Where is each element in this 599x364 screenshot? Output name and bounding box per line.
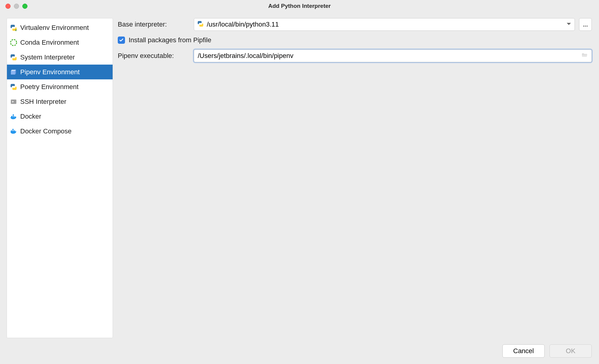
window-title: Add Python Interpreter bbox=[0, 3, 599, 9]
sidebar-item-ssh[interactable]: SSH Interpreter bbox=[7, 94, 113, 109]
svg-point-1 bbox=[11, 40, 17, 46]
docker-icon bbox=[10, 113, 17, 120]
interpreter-type-sidebar: v Virtualenv Environment Conda Environme… bbox=[7, 18, 113, 338]
minimize-icon[interactable] bbox=[14, 4, 19, 9]
sidebar-item-virtualenv[interactable]: v Virtualenv Environment bbox=[7, 20, 113, 35]
pipenv-exec-row: Pipenv executable: bbox=[118, 49, 592, 62]
sidebar-item-label: Pipenv Environment bbox=[20, 68, 80, 76]
python-v-icon: v bbox=[10, 24, 17, 31]
svg-rect-9 bbox=[12, 129, 14, 130]
button-bar: Cancel OK bbox=[0, 338, 599, 364]
svg-rect-3 bbox=[11, 116, 12, 117]
python-icon bbox=[10, 83, 17, 91]
sidebar-item-label: System Interpreter bbox=[20, 53, 75, 61]
base-interpreter-row: Base interpreter: /usr/local/bin/python3… bbox=[118, 18, 592, 31]
sidebar-item-conda[interactable]: Conda Environment bbox=[7, 35, 113, 50]
install-pipfile-row: Install packages from Pipfile bbox=[118, 36, 592, 44]
sidebar-item-label: Docker Compose bbox=[20, 127, 72, 135]
docker-compose-icon bbox=[10, 128, 17, 135]
sidebar-item-label: SSH Interpreter bbox=[20, 98, 66, 106]
ssh-icon bbox=[10, 98, 17, 105]
cancel-button[interactable]: Cancel bbox=[502, 344, 545, 358]
ok-button[interactable]: OK bbox=[549, 344, 592, 358]
python-icon bbox=[10, 54, 17, 61]
titlebar: Add Python Interpreter bbox=[0, 0, 599, 12]
conda-icon bbox=[10, 39, 17, 46]
sidebar-item-label: Poetry Environment bbox=[20, 83, 78, 91]
pipenv-icon bbox=[10, 69, 17, 76]
pipenv-exec-input[interactable] bbox=[198, 52, 588, 60]
base-interpreter-combo[interactable]: /usr/local/bin/python3.11 bbox=[194, 18, 575, 31]
pipenv-exec-label: Pipenv executable: bbox=[118, 52, 190, 60]
sidebar-item-label: Conda Environment bbox=[20, 39, 79, 46]
install-pipfile-label: Install packages from Pipfile bbox=[129, 36, 211, 44]
browse-base-interpreter-button[interactable]: ... bbox=[579, 18, 592, 31]
sidebar-item-system[interactable]: System Interpreter bbox=[7, 50, 113, 65]
pipenv-exec-field-wrap bbox=[194, 49, 592, 62]
maximize-icon[interactable] bbox=[22, 4, 27, 9]
svg-rect-4 bbox=[13, 116, 14, 117]
svg-text:v: v bbox=[15, 28, 17, 31]
close-icon[interactable] bbox=[5, 4, 11, 9]
install-pipfile-checkbox[interactable] bbox=[118, 37, 125, 44]
sidebar-item-docker-compose[interactable]: Docker Compose bbox=[7, 124, 113, 139]
sidebar-item-label: Virtualenv Environment bbox=[20, 24, 89, 32]
sidebar-item-poetry[interactable]: Poetry Environment bbox=[7, 79, 113, 94]
python-icon bbox=[197, 21, 204, 29]
sidebar-item-label: Docker bbox=[20, 113, 41, 120]
svg-rect-5 bbox=[13, 114, 14, 116]
content-area: v Virtualenv Environment Conda Environme… bbox=[0, 12, 599, 338]
main-panel: Base interpreter: /usr/local/bin/python3… bbox=[118, 18, 592, 338]
chevron-down-icon bbox=[567, 21, 571, 28]
sidebar-item-pipenv[interactable]: Pipenv Environment bbox=[7, 65, 113, 79]
folder-open-icon[interactable] bbox=[581, 52, 588, 60]
dialog-body: v Virtualenv Environment Conda Environme… bbox=[0, 12, 599, 364]
dialog-window: Add Python Interpreter v Virtualenv Envi… bbox=[0, 0, 599, 364]
base-interpreter-value: /usr/local/bin/python3.11 bbox=[207, 21, 279, 28]
sidebar-item-docker[interactable]: Docker bbox=[7, 109, 113, 124]
traffic-lights bbox=[5, 4, 27, 9]
base-interpreter-label: Base interpreter: bbox=[118, 21, 190, 28]
